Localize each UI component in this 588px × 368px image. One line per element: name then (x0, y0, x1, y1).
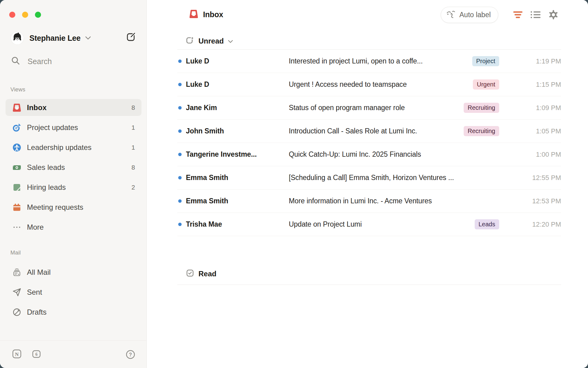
notion-app-icon[interactable]: N (12, 349, 21, 360)
account-switcher[interactable]: Stephanie Lee (11, 31, 137, 45)
email-subject: Update on Project Lumi (289, 220, 470, 228)
unread-section-icon (186, 36, 194, 46)
unread-count: 2 (131, 184, 135, 191)
email-sender: Luke D (186, 80, 289, 89)
minimize-window-button[interactable] (22, 12, 28, 18)
email-row[interactable]: Tangerine Investme... Quick Catch-Up: Lu… (177, 143, 561, 166)
sidebar-item-more[interactable]: More (6, 219, 141, 236)
email-row[interactable]: Trisha Mae Update on Project Lumi Leads … (177, 213, 561, 236)
compose-button[interactable] (126, 32, 137, 43)
email-label-badge[interactable]: Urgent (473, 79, 499, 90)
email-row[interactable]: Emma Smith More information in Lumi Inc.… (177, 190, 561, 213)
email-label-badge[interactable]: Recruiting (464, 126, 499, 136)
page-title: Inbox (189, 9, 223, 20)
page-title-text: Inbox (203, 10, 223, 19)
email-sender: Emma Smith (186, 197, 289, 205)
email-time: 12:55 PM (499, 174, 561, 182)
note-icon (12, 183, 21, 192)
unread-dot-icon (178, 199, 182, 203)
sidebar-item-label: Meeting requests (27, 203, 83, 212)
sidebar-item-leadership-updates[interactable]: Leadership updates 1 (6, 139, 141, 156)
email-subject: Quick Catch-Up: Lumi Inc. 2025 Financial… (289, 150, 499, 159)
email-row[interactable]: Emma Smith [Scheduling a Call] Emma Smit… (177, 166, 561, 190)
email-time: 1:19 PM (499, 57, 561, 65)
read-checkbox-icon (186, 269, 194, 278)
sidebar-item-label: More (27, 223, 44, 232)
unread-count: 1 (131, 144, 135, 151)
unread-dot-icon (178, 83, 182, 86)
email-subject: Urgent ! Access needed to teamspace (289, 80, 469, 89)
filter-button[interactable] (511, 9, 525, 21)
sidebar-item-label: Leadership updates (27, 143, 92, 152)
sidebar-item-label: Drafts (27, 308, 47, 316)
unread-dot-icon (178, 129, 182, 133)
email-sender: Jane Kim (186, 104, 289, 112)
settings-button[interactable] (547, 9, 560, 21)
search-button[interactable]: Search (11, 56, 137, 67)
chevron-down-icon (85, 36, 91, 40)
email-label-badge[interactable]: Leads (475, 219, 499, 229)
mail-nav: All Mail Sent (6, 264, 141, 324)
read-group-header[interactable]: Read (177, 263, 561, 285)
email-time: 1:05 PM (499, 127, 561, 135)
email-time: 12:53 PM (499, 197, 561, 205)
sidebar-item-label: Hiring leads (27, 183, 66, 192)
sidebar-item-inbox[interactable]: Inbox 8 (6, 99, 141, 116)
sidebar-item-sales-leads[interactable]: Sales leads 8 (6, 159, 141, 176)
email-sender: Tangerine Investme... (186, 150, 289, 159)
read-group-label: Read (198, 270, 217, 278)
svg-text:N: N (15, 351, 19, 357)
inbox-icon (189, 9, 198, 20)
zoom-window-button[interactable] (35, 12, 41, 18)
help-icon[interactable]: ? (126, 350, 135, 359)
unread-group-header[interactable]: Unread (177, 33, 561, 50)
auto-label-text: Auto label (459, 11, 491, 19)
more-icon (12, 223, 21, 232)
sidebar-item-meeting-requests[interactable]: Meeting requests (6, 199, 141, 216)
views-nav: Inbox 8 Project updates 1 (6, 99, 141, 239)
sidebar-item-all-mail[interactable]: All Mail (6, 264, 141, 281)
sidebar: Stephanie Lee Searc (0, 0, 147, 368)
sidebar-item-hiring-leads[interactable]: Hiring leads 2 (6, 179, 141, 196)
email-subject: [Scheduling a Call] Emma Smith, Horizon … (289, 174, 499, 182)
unread-dot-icon (178, 153, 182, 156)
email-row[interactable]: Jane Kim Status of open program manager … (177, 96, 561, 120)
unread-count: 1 (131, 124, 135, 131)
calendar-icon (12, 203, 21, 212)
avatar (11, 32, 24, 44)
email-subject: More information in Lumi Inc. - Acme Ven… (289, 197, 499, 205)
email-sender: Emma Smith (186, 174, 289, 182)
auto-label-icon (446, 10, 456, 21)
mail-app-window: Stephanie Lee Searc (0, 0, 588, 368)
email-time: 12:20 PM (499, 220, 561, 228)
email-row[interactable]: John Smith Introduction Call - Sales Rol… (177, 120, 561, 143)
compose-icon (126, 32, 136, 43)
auto-label-button[interactable]: Auto label (441, 7, 498, 23)
email-sender: Luke D (186, 57, 289, 65)
list-view-button[interactable] (529, 9, 542, 21)
account-name: Stephanie Lee (29, 34, 81, 43)
email-row[interactable]: Luke D Urgent ! Access needed to teamspa… (177, 73, 561, 96)
email-subject: Status of open program manager role (289, 104, 459, 112)
email-label-badge[interactable]: Project (472, 56, 499, 66)
sidebar-item-label: All Mail (27, 268, 51, 277)
close-window-button[interactable] (9, 12, 15, 18)
email-sender: Trisha Mae (186, 220, 289, 228)
email-row[interactable]: Luke D Interested in project Lumi, open … (177, 50, 561, 73)
email-label-badge[interactable]: Recruiting (464, 103, 499, 113)
search-icon (11, 56, 20, 67)
person-icon (12, 143, 21, 152)
unread-count: 8 (131, 164, 135, 171)
send-icon (12, 288, 21, 297)
inbox-icon (12, 103, 21, 112)
sidebar-item-label: Sales leads (27, 163, 65, 172)
sidebar-footer: N 6 ? (0, 340, 146, 368)
unread-group-label: Unread (198, 37, 224, 45)
sidebar-item-sent[interactable]: Sent (6, 284, 141, 301)
email-time: 1:00 PM (499, 151, 561, 159)
email-sender: John Smith (186, 127, 289, 135)
svg-text:6: 6 (36, 352, 38, 357)
sidebar-item-project-updates[interactable]: Project updates 1 (6, 119, 141, 136)
calendar-app-icon[interactable]: 6 (32, 349, 41, 360)
sidebar-item-drafts[interactable]: Drafts (6, 304, 141, 320)
